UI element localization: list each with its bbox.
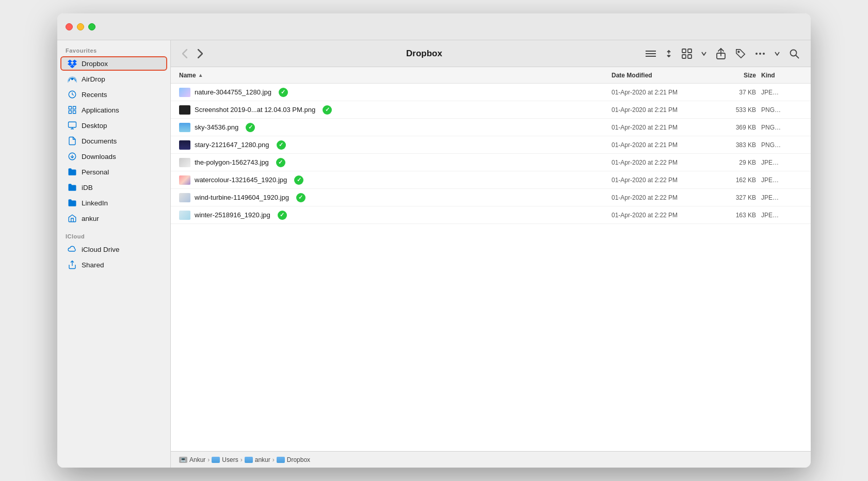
breadcrumb-users[interactable]: Users — [212, 456, 238, 463]
sidebar-item-shared[interactable]: Shared — [60, 258, 167, 272]
downloads-icon — [68, 152, 77, 161]
column-size[interactable]: Size — [715, 72, 761, 79]
file-rows: nature-3044755_1280.jpg 01-Apr-2020 at 2… — [171, 84, 811, 224]
file-row[interactable]: sky-34536.png 01-Apr-2020 at 2:21 PM 369… — [171, 119, 811, 136]
sync-badge — [279, 88, 288, 97]
file-row[interactable]: the-polygon-1562743.jpg 01-Apr-2020 at 2… — [171, 154, 811, 171]
sidebar-item-ankur[interactable]: ankur — [60, 211, 167, 226]
breadcrumb-ankur-user[interactable]: ankur — [245, 456, 270, 463]
svg-point-18 — [759, 53, 761, 55]
file-date: 01-Apr-2020 at 2:21 PM — [612, 106, 715, 114]
file-row[interactable]: Screenshot 2019-0...at 12.04.03 PM.png 0… — [171, 101, 811, 119]
applications-icon — [68, 105, 77, 115]
maximize-button[interactable] — [88, 23, 95, 30]
column-name[interactable]: Name ▲ — [179, 72, 612, 79]
more-dropdown-button[interactable] — [771, 50, 783, 58]
desktop-icon — [68, 121, 77, 130]
search-button[interactable] — [786, 46, 802, 61]
file-row[interactable]: wind-turbine-1149604_1920.jpg 01-Apr-202… — [171, 189, 811, 206]
file-date: 01-Apr-2020 at 2:22 PM — [612, 159, 715, 166]
file-list-header: Name ▲ Date Modified Size Kind — [171, 67, 811, 84]
sidebar-item-desktop-label: Desktop — [82, 122, 107, 130]
close-button[interactable] — [66, 23, 73, 30]
svg-rect-13 — [682, 55, 686, 58]
icloud-icon — [68, 245, 77, 254]
main-layout: Favourites Dropbox — [57, 40, 811, 468]
file-name: winter-2518916_1920.jpg — [195, 211, 270, 219]
file-row[interactable]: winter-2518916_1920.jpg 01-Apr-2020 at 2… — [171, 206, 811, 224]
file-name: nature-3044755_1280.jpg — [195, 88, 271, 96]
file-row-name: Screenshot 2019-0...at 12.04.03 PM.png — [179, 105, 612, 115]
sidebar-item-linkedin[interactable]: LinkedIn — [60, 196, 167, 210]
sidebar-item-recents[interactable]: Recents — [60, 87, 167, 102]
sidebar-item-applications-label: Applications — [82, 106, 119, 114]
hdd-icon: 💻 — [179, 457, 187, 463]
breadcrumb-dropbox[interactable]: Dropbox — [277, 456, 310, 463]
sidebar-item-idb[interactable]: iDB — [60, 180, 167, 195]
linkedin-folder-icon — [68, 198, 77, 207]
status-bar: 💻 Ankur › Users › ankur › Dropbox — [171, 451, 811, 468]
sidebar-item-applications[interactable]: Applications — [60, 103, 167, 117]
toolbar: Dropbox — [171, 40, 811, 67]
sidebar-item-downloads[interactable]: Downloads — [60, 149, 167, 164]
sidebar-item-personal[interactable]: Personal — [60, 165, 167, 179]
minimize-button[interactable] — [77, 23, 84, 30]
sync-badge — [296, 193, 306, 202]
file-row[interactable]: stary-2121647_1280.png 01-Apr-2020 at 2:… — [171, 136, 811, 154]
tag-button[interactable] — [732, 46, 749, 61]
file-kind: JPE… — [761, 177, 802, 184]
file-date: 01-Apr-2020 at 2:21 PM — [612, 141, 715, 149]
file-size: 163 KB — [715, 212, 761, 219]
sidebar-item-documents-label: Documents — [82, 137, 117, 145]
sidebar-item-desktop[interactable]: Desktop — [60, 118, 167, 133]
toolbar-right — [642, 46, 802, 61]
grid-dropdown-button[interactable] — [698, 50, 710, 58]
file-kind: JPE… — [761, 212, 802, 219]
sidebar-item-airdrop[interactable]: AirDrop — [60, 72, 167, 86]
documents-icon — [68, 136, 77, 146]
file-size: 383 KB — [715, 141, 761, 149]
file-row-name: stary-2121647_1280.png — [179, 140, 612, 150]
sidebar: Favourites Dropbox — [57, 40, 171, 468]
file-kind: JPE… — [761, 89, 802, 96]
breadcrumb-sep-1: › — [207, 456, 210, 463]
file-name: sky-34536.png — [195, 123, 238, 131]
content-area: Dropbox — [171, 40, 811, 468]
sidebar-item-idb-label: iDB — [82, 184, 93, 191]
sidebar-item-icloud-drive[interactable]: iCloud Drive — [60, 242, 167, 256]
back-button[interactable] — [179, 47, 190, 60]
file-size: 327 KB — [715, 194, 761, 201]
file-kind: JPE… — [761, 159, 802, 166]
file-thumbnail — [179, 175, 190, 185]
forward-button[interactable] — [195, 47, 206, 60]
share-button[interactable] — [713, 46, 729, 61]
file-row[interactable]: nature-3044755_1280.jpg 01-Apr-2020 at 2… — [171, 84, 811, 101]
file-thumbnail — [179, 158, 190, 167]
list-view-button[interactable] — [642, 47, 659, 60]
file-thumbnail — [179, 123, 190, 132]
column-kind[interactable]: Kind — [761, 72, 802, 79]
sidebar-item-documents[interactable]: Documents — [60, 134, 167, 148]
file-row[interactable]: watercolour-1321645_1920.jpg 01-Apr-2020… — [171, 171, 811, 189]
svg-rect-11 — [682, 49, 686, 53]
dropbox-folder-icon — [277, 457, 285, 463]
file-date: 01-Apr-2020 at 2:22 PM — [612, 212, 715, 219]
svg-point-19 — [763, 53, 765, 55]
traffic-lights — [66, 23, 95, 30]
file-kind: PNG… — [761, 106, 802, 114]
file-name: stary-2121647_1280.png — [195, 141, 269, 149]
column-date[interactable]: Date Modified — [612, 72, 715, 79]
finder-window: Favourites Dropbox — [57, 13, 811, 468]
home-icon — [68, 214, 77, 223]
sort-view-button[interactable] — [662, 47, 676, 60]
breadcrumb-ankur[interactable]: 💻 Ankur — [179, 456, 205, 463]
grid-view-button[interactable] — [679, 46, 695, 61]
sidebar-item-dropbox[interactable]: Dropbox — [60, 56, 167, 71]
file-row-name: wind-turbine-1149604_1920.jpg — [179, 193, 612, 202]
more-button[interactable] — [752, 50, 768, 57]
file-thumbnail — [179, 105, 190, 115]
airdrop-icon — [68, 74, 77, 84]
file-date: 01-Apr-2020 at 2:21 PM — [612, 124, 715, 131]
file-row-name: sky-34536.png — [179, 123, 612, 132]
sidebar-item-airdrop-label: AirDrop — [82, 75, 105, 83]
